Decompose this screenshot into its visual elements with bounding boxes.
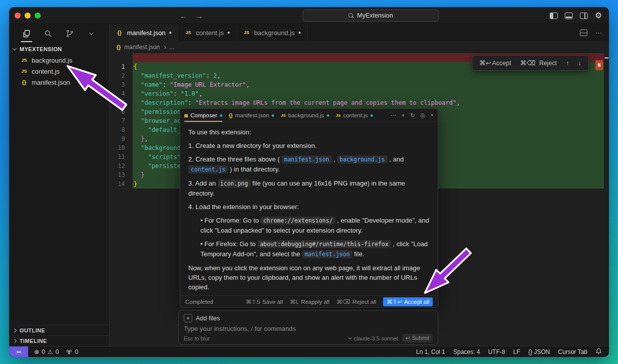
unsaved-dot-icon — [370, 114, 373, 117]
status-ln-1-col-1[interactable]: Ln 1, Col 1 — [416, 348, 445, 355]
modified-dot-icon: ● — [169, 30, 172, 35]
composer-tab-manifest.json[interactable]: {}manifest.json — [229, 109, 275, 122]
action-label: Save all — [263, 299, 283, 305]
file-item-content.js[interactable]: JScontent.js — [9, 66, 109, 77]
outline-section[interactable]: OUTLINE — [9, 325, 109, 335]
prev-change-button[interactable]: ↑ — [566, 60, 569, 67]
remote-indicator[interactable]: >< — [9, 346, 28, 357]
instructions-input[interactable]: Type your instructions, / for commands — [184, 325, 433, 332]
status--json[interactable]: {} JSON — [528, 348, 550, 355]
esc-hint: Esc to blur — [184, 335, 210, 341]
chevron-down-icon — [348, 336, 352, 339]
search-panel-icon[interactable] — [41, 26, 56, 41]
shortcut-keys: ⌘⇧↩ — [387, 298, 402, 305]
next-change-button[interactable]: ↓ — [578, 60, 581, 67]
tab-manifest.json[interactable]: {}manifest.json● — [109, 24, 178, 41]
close-window-button[interactable] — [15, 13, 21, 19]
file-item-manifest.json[interactable]: {}manifest.json — [9, 77, 109, 88]
line-number: 6 — [109, 107, 133, 116]
toggle-panel-icon[interactable] — [565, 13, 573, 19]
file-link[interactable]: manifest.json — [282, 155, 332, 163]
minimize-window-button[interactable] — [25, 13, 31, 19]
composer-paragraph: Now, when you click the extension icon o… — [188, 263, 430, 292]
split-editor-icon[interactable] — [580, 30, 587, 36]
timeline-section[interactable]: TIMELINE — [9, 335, 109, 346]
line-number: 9 — [109, 134, 133, 143]
model-selector[interactable]: claude-3.5-sonnet — [349, 335, 398, 341]
composer-tab-content.js[interactable]: JScontent.js — [336, 109, 373, 122]
accept-all-button[interactable]: ⌘⇧↩Accept all — [383, 297, 433, 306]
code-line: 5 "description": "Extracts image URLs fr… — [109, 98, 609, 107]
code-line: 3 "name": "Image URL Extractor", — [109, 80, 609, 89]
composer-tabbar: ▤Composer{}manifest.jsonJSbackground.jsJ… — [180, 109, 438, 122]
ports-indicator[interactable]: 0 — [66, 348, 78, 355]
status-utf-8[interactable]: UTF-8 — [488, 348, 505, 355]
modified-dot-icon: ● — [227, 30, 230, 35]
new-composer-icon[interactable]: + — [401, 112, 405, 119]
add-files-button[interactable]: + Add files — [184, 314, 433, 322]
inline-code: chrome://extensions/ — [261, 217, 335, 225]
search-icon — [348, 13, 354, 19]
app-window: ← → MyExtension ⚙ — [9, 7, 609, 357]
explorer-root-folder[interactable]: MYEXTENSION — [9, 43, 109, 55]
tab-background.js[interactable]: JSbackground.js● — [236, 24, 307, 41]
status-cursor-tab[interactable]: Cursor Tab — [558, 348, 587, 355]
reapply-all-button[interactable]: ⌘LReapply all — [290, 298, 329, 305]
breadcrumb[interactable]: {} manifest.json ... — [109, 41, 609, 53]
composer-paragraph: 4. Load the extension in your browser: — [188, 202, 430, 212]
composer-tab-label: content.js — [343, 112, 367, 118]
more-views-chevron-icon[interactable] — [84, 26, 99, 41]
js-icon: JS — [336, 113, 341, 118]
composer-paragraph: 1. Create a new directory for your exten… — [188, 141, 430, 150]
submit-button[interactable]: ↩ Submit — [402, 334, 433, 342]
file-item-background.js[interactable]: JSbackground.js — [9, 55, 109, 66]
composer-tab-Composer[interactable]: ▤Composer — [184, 109, 222, 122]
js-icon: JS — [281, 113, 286, 118]
line-content: "description": "Extracts image URLs from… — [133, 98, 604, 107]
composer-input-box[interactable]: + Add files Type your instructions, / fo… — [178, 310, 438, 345]
history-icon[interactable]: ↻ — [410, 112, 415, 119]
line-content: "version": "1.0", — [133, 89, 604, 98]
source-control-icon[interactable] — [62, 26, 77, 41]
problems-indicator[interactable]: ⊗0 ⚠0 — [34, 348, 59, 355]
title-bar: ← → MyExtension ⚙ — [9, 7, 609, 24]
status-lf[interactable]: LF — [513, 348, 520, 355]
inline-code: about:debugging#/runtime/this-firefox — [258, 240, 391, 248]
settings-gear-icon[interactable]: ⚙ — [595, 12, 602, 20]
json-icon: {} — [229, 113, 233, 118]
command-center-search[interactable]: MyExtension — [303, 10, 439, 22]
close-icon[interactable]: × — [430, 112, 434, 119]
line-number: 10 — [109, 143, 133, 152]
explorer-icon[interactable] — [19, 26, 34, 41]
accept-diff-button[interactable]: ⌘↩Accept — [479, 59, 511, 67]
shortcut-keys: ⌘⌫ — [336, 298, 350, 305]
history-forward-button[interactable]: → — [195, 12, 203, 20]
toggle-secondary-sidebar-icon[interactable] — [580, 13, 588, 19]
file-link[interactable]: background.js — [337, 155, 388, 163]
more-icon[interactable]: ⋯ — [390, 112, 396, 119]
js-file-icon: JS — [184, 30, 192, 35]
composer-tab-label: background.js — [288, 112, 324, 118]
composer-tab-background.js[interactable]: JSbackground.js — [281, 109, 329, 122]
save-all-button[interactable]: ⌘⇧SSave all — [246, 298, 283, 305]
tab-label: content.js — [196, 29, 224, 37]
minimap-change-marker: N — [595, 60, 603, 70]
status-spaces-4[interactable]: Spaces: 4 — [453, 348, 480, 355]
maximize-window-button[interactable] — [35, 13, 41, 19]
diff-marker — [604, 57, 608, 59]
more-actions-icon[interactable]: ⋯ — [595, 29, 602, 37]
chevron-right-icon — [163, 45, 166, 49]
bell-icon[interactable] — [595, 348, 602, 356]
file-link[interactable]: content.js — [188, 165, 228, 173]
target-icon[interactable]: ◎ — [420, 112, 425, 119]
overview-ruler[interactable] — [604, 53, 609, 346]
file-link[interactable]: manifest.json — [302, 250, 352, 258]
action-label: Accept all — [404, 299, 429, 305]
history-back-button[interactable]: ← — [180, 12, 187, 20]
code-line: 2 "manifest_version": 2, — [109, 71, 609, 80]
reject-diff-button[interactable]: ⌘⌫ Reject — [520, 59, 557, 67]
toggle-sidebar-icon[interactable] — [550, 13, 558, 19]
broadcast-icon — [66, 349, 72, 355]
tab-content.js[interactable]: JScontent.js● — [178, 24, 236, 41]
reject-all-button[interactable]: ⌘⌫Reject all — [336, 298, 376, 305]
